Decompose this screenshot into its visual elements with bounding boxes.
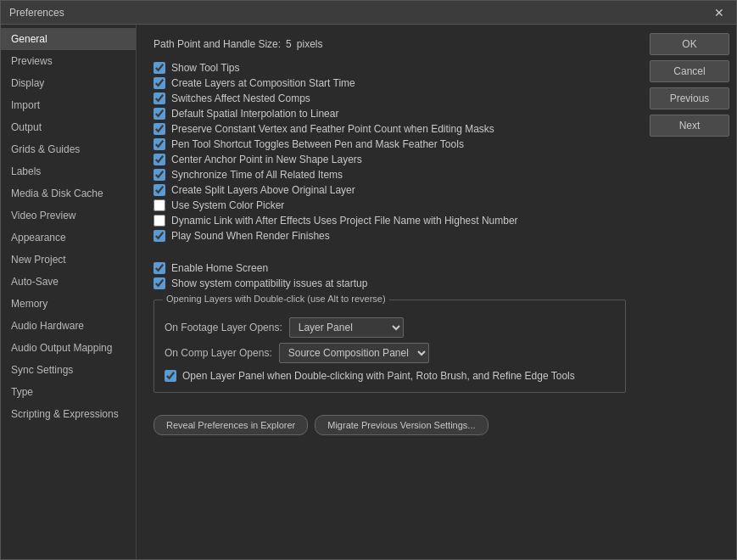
checkbox2-label-0: Enable Home Screen [171, 262, 268, 274]
field1-label: On Footage Layer Opens: [165, 322, 282, 333]
checkbox-label-10: Dynamic Link with After Effects Uses Pro… [171, 215, 518, 227]
sidebar-item-import[interactable]: Import [1, 94, 136, 116]
sidebar-item-labels[interactable]: Labels [1, 160, 136, 182]
checkbox-row-8: Create Split Layers Above Original Layer [154, 182, 626, 198]
checkbox2-label-1: Show system compatibility issues at star… [171, 277, 367, 289]
checkbox-label-11: Play Sound When Render Finishes [171, 230, 330, 242]
opening-layers-group: Opening Layers with Double-click (use Al… [154, 300, 626, 393]
sidebar-item-memory[interactable]: Memory [1, 293, 136, 315]
checkbox-0[interactable] [154, 62, 165, 74]
checkbox-row-2: Switches Affect Nested Comps [154, 91, 626, 106]
comp-layer-select[interactable]: Source Composition Panel Layer Panel Com… [279, 343, 429, 363]
checkbox-row-3: Default Spatial Interpolation to Linear [154, 106, 626, 121]
group-box-title: Opening Layers with Double-click (use Al… [163, 294, 389, 304]
checkbox-label-7: Synchronize Time of All Related Items [171, 169, 343, 181]
layer-panel-checkbox[interactable] [165, 370, 176, 382]
checkbox-7[interactable] [154, 169, 165, 181]
checkbox2-0[interactable] [154, 262, 165, 274]
close-button[interactable]: ✕ [711, 4, 728, 21]
checkbox-4[interactable] [154, 123, 165, 135]
path-point-value: 5 [286, 38, 292, 50]
checkbox-row-10: Dynamic Link with After Effects Uses Pro… [154, 213, 626, 228]
preferences-dialog: Preferences ✕ GeneralPreviewsDisplayImpo… [0, 0, 737, 560]
sidebar: GeneralPreviewsDisplayImportOutputGrids … [1, 25, 137, 559]
field2-label: On Comp Layer Opens: [165, 347, 272, 359]
checkbox-label-8: Create Split Layers Above Original Layer [171, 184, 355, 196]
checkbox-row-0: Show Tool Tips [154, 60, 626, 76]
path-point-unit: pixels [297, 38, 323, 50]
checkbox-8[interactable] [154, 184, 165, 196]
field2-row: On Comp Layer Opens: Source Composition … [165, 343, 615, 363]
checkbox-row-9: Use System Color Picker [154, 198, 626, 213]
sidebar-item-display[interactable]: Display [1, 72, 136, 94]
checkbox-label-5: Pen Tool Shortcut Toggles Between Pen an… [171, 138, 464, 150]
sidebar-item-video-preview[interactable]: Video Preview [1, 204, 136, 227]
actions-panel: OK Cancel Previous Next [643, 25, 736, 559]
layer-panel-checkbox-row: Open Layer Panel when Double-clicking wi… [165, 368, 615, 384]
checkbox-label-1: Create Layers at Composition Start Time [171, 77, 355, 89]
sidebar-item-type[interactable]: Type [1, 381, 136, 403]
checkbox-5[interactable] [154, 138, 165, 150]
checkbox2-row-0: Enable Home Screen [154, 260, 626, 276]
checkboxes-group1: Show Tool TipsCreate Layers at Compositi… [154, 60, 626, 244]
bottom-buttons: Reveal Preferences in Explorer Migrate P… [154, 408, 626, 435]
next-button[interactable]: Next [650, 115, 729, 137]
checkbox-label-9: Use System Color Picker [171, 199, 284, 211]
checkbox-9[interactable] [154, 199, 165, 211]
layer-panel-checkbox-label: Open Layer Panel when Double-clicking wi… [182, 370, 575, 382]
checkbox-11[interactable] [154, 230, 165, 242]
checkbox-6[interactable] [154, 154, 165, 165]
sidebar-item-general[interactable]: General [1, 28, 136, 50]
checkbox-2[interactable] [154, 92, 165, 104]
sidebar-item-grids---guides[interactable]: Grids & Guides [1, 138, 136, 160]
cancel-button[interactable]: Cancel [650, 60, 729, 82]
migrate-settings-button[interactable]: Migrate Previous Version Settings... [315, 415, 488, 435]
sidebar-item-previews[interactable]: Previews [1, 50, 136, 72]
checkbox-10[interactable] [154, 215, 165, 227]
sidebar-item-new-project[interactable]: New Project [1, 249, 136, 271]
dialog-body: GeneralPreviewsDisplayImportOutputGrids … [1, 25, 736, 559]
checkbox-1[interactable] [154, 77, 165, 89]
checkbox2-1[interactable] [154, 277, 165, 289]
checkbox-label-3: Default Spatial Interpolation to Linear [171, 108, 338, 120]
checkbox-3[interactable] [154, 108, 165, 120]
checkbox-row-7: Synchronize Time of All Related Items [154, 167, 626, 182]
reveal-preferences-button[interactable]: Reveal Preferences in Explorer [154, 415, 308, 435]
path-point-label: Path Point and Handle Size: [154, 38, 281, 50]
main-content: Path Point and Handle Size: 5 pixels Sho… [137, 25, 643, 559]
footage-layer-select[interactable]: Layer Panel Footage Panel Composition Pa… [289, 317, 404, 338]
checkbox-row-6: Center Anchor Point in New Shape Layers [154, 152, 626, 167]
sidebar-item-output[interactable]: Output [1, 116, 136, 138]
checkbox-row-1: Create Layers at Composition Start Time [154, 76, 626, 91]
title-bar: Preferences ✕ [1, 1, 736, 25]
checkbox2-row-1: Show system compatibility issues at star… [154, 276, 626, 291]
sidebar-item-sync-settings[interactable]: Sync Settings [1, 359, 136, 381]
sidebar-item-appearance[interactable]: Appearance [1, 227, 136, 249]
checkbox-row-4: Preserve Constant Vertex and Feather Poi… [154, 121, 626, 137]
sidebar-item-media---disk-cache[interactable]: Media & Disk Cache [1, 182, 136, 204]
checkboxes-group2: Enable Home ScreenShow system compatibil… [154, 260, 626, 291]
field1-row: On Footage Layer Opens: Layer Panel Foot… [165, 317, 615, 338]
checkbox-row-11: Play Sound When Render Finishes [154, 228, 626, 244]
sidebar-item-audio-hardware[interactable]: Audio Hardware [1, 315, 136, 337]
sidebar-item-scripting---expressions[interactable]: Scripting & Expressions [1, 403, 136, 425]
sidebar-item-auto-save[interactable]: Auto-Save [1, 271, 136, 293]
checkbox-label-6: Center Anchor Point in New Shape Layers [171, 154, 362, 165]
previous-button[interactable]: Previous [650, 87, 729, 109]
ok-button[interactable]: OK [650, 33, 729, 55]
checkbox-row-5: Pen Tool Shortcut Toggles Between Pen an… [154, 137, 626, 152]
dialog-title: Preferences [9, 7, 64, 19]
path-point-row: Path Point and Handle Size: 5 pixels [154, 38, 626, 50]
checkbox-label-2: Switches Affect Nested Comps [171, 92, 310, 104]
sidebar-item-audio-output-mapping[interactable]: Audio Output Mapping [1, 337, 136, 359]
checkbox-label-0: Show Tool Tips [171, 62, 240, 74]
checkbox-label-4: Preserve Constant Vertex and Feather Poi… [171, 123, 494, 135]
